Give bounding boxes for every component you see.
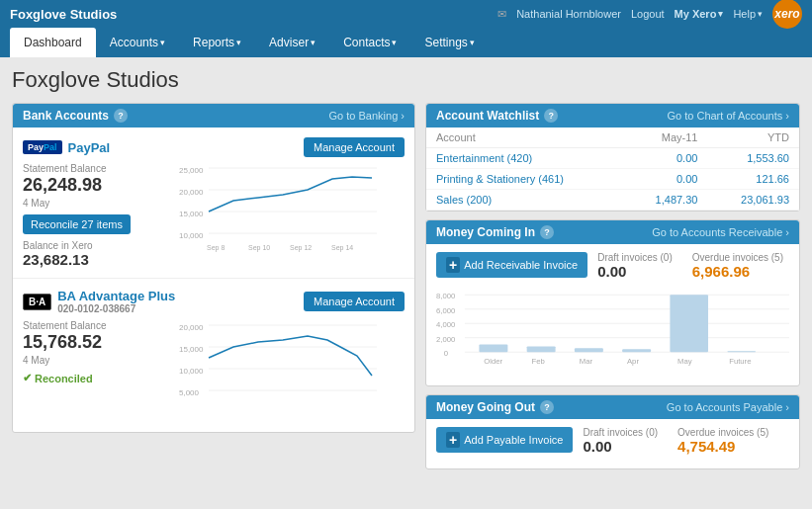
svg-text:Sep 10: Sep 10 bbox=[248, 244, 270, 252]
brand-name: Foxglove Studios bbox=[10, 7, 117, 22]
ba-statement-label: Statement Balance bbox=[23, 320, 141, 331]
paypal-reconcile-button[interactable]: Reconcile 27 items bbox=[23, 214, 131, 234]
watchlist-ytd: 1,553.60 bbox=[707, 148, 799, 169]
svg-text:Sep 12: Sep 12 bbox=[290, 244, 312, 252]
ba-mini-chart: 20,000 15,000 10,000 5,000 bbox=[151, 320, 405, 422]
reports-chevron-icon: ▾ bbox=[236, 38, 241, 47]
ba-name-info: BA Advantage Plus 020-0102-038667 bbox=[57, 289, 175, 314]
svg-rect-30 bbox=[479, 344, 507, 352]
ba-statement-value: 15,768.52 bbox=[23, 332, 141, 353]
watchlist-row: Sales (200) 1,487.30 23,061.93 bbox=[426, 190, 799, 211]
nav-tab-reports[interactable]: Reports ▾ bbox=[179, 28, 255, 57]
svg-text:6,000: 6,000 bbox=[436, 306, 455, 315]
ba-bank-card: B·A BA Advantage Plus 020-0102-038667 Ma… bbox=[13, 279, 414, 432]
svg-rect-31 bbox=[527, 346, 556, 352]
nav-tab-dashboard[interactable]: Dashboard bbox=[10, 28, 96, 57]
watchlist-title: Account Watchlist ? bbox=[436, 109, 558, 123]
contacts-chevron-icon: ▾ bbox=[392, 38, 397, 47]
envelope-icon: ✉ bbox=[497, 8, 506, 21]
paypal-statement-value: 26,248.98 bbox=[23, 175, 141, 196]
payable-draft-stat: Draft invoices (0) 0.00 bbox=[583, 427, 658, 455]
receivable-draft-stat: Draft invoices (0) 0.00 bbox=[597, 252, 673, 280]
payable-overdue-value: 4,754.49 bbox=[677, 438, 768, 455]
watchlist-help-icon[interactable]: ? bbox=[544, 109, 558, 123]
money-out-body: + Add Payable Invoice Draft invoices (0)… bbox=[426, 419, 799, 468]
ba-bank-name: B·A BA Advantage Plus 020-0102-038667 bbox=[23, 289, 175, 314]
nav-tab-adviser[interactable]: Adviser ▾ bbox=[255, 28, 329, 57]
receivable-overdue-label: Overdue invoices (5) bbox=[692, 252, 783, 263]
user-name: Nathanial Hornblower bbox=[516, 8, 621, 20]
myxero-button[interactable]: My Xero ▾ bbox=[675, 8, 724, 20]
watchlist-row: Entertainment (420) 0.00 1,553.60 bbox=[426, 148, 799, 169]
nav-tab-settings[interactable]: Settings ▾ bbox=[410, 28, 488, 57]
money-out-invoice-row: + Add Payable Invoice Draft invoices (0)… bbox=[436, 427, 789, 455]
svg-text:4,000: 4,000 bbox=[436, 320, 455, 329]
watchlist-ytd: 23,061.93 bbox=[707, 190, 799, 211]
money-in-help-icon[interactable]: ? bbox=[540, 225, 554, 239]
myxero-chevron-icon: ▾ bbox=[718, 9, 723, 19]
watchlist-col-may11: May-11 bbox=[624, 127, 707, 148]
paypal-xero-balance-label: Balance in Xero bbox=[23, 240, 141, 251]
page-content: Foxglove Studios Bank Accounts ? Go to B… bbox=[0, 57, 812, 479]
svg-text:5,000: 5,000 bbox=[179, 388, 200, 397]
svg-text:Older: Older bbox=[484, 357, 502, 366]
svg-text:10,000: 10,000 bbox=[179, 231, 204, 240]
add-payable-invoice-button[interactable]: + Add Payable Invoice bbox=[436, 427, 573, 453]
svg-text:15,000: 15,000 bbox=[179, 210, 204, 218]
svg-text:May: May bbox=[677, 357, 692, 366]
ba-card-header: B·A BA Advantage Plus 020-0102-038667 Ma… bbox=[23, 289, 405, 314]
money-out-help-icon[interactable]: ? bbox=[540, 400, 554, 414]
logout-link[interactable]: Logout bbox=[631, 8, 665, 20]
payable-draft-label: Draft invoices (0) bbox=[583, 427, 658, 438]
bank-accounts-title: Bank Accounts ? bbox=[23, 109, 128, 123]
watchlist-account[interactable]: Printing & Stationery (461) bbox=[426, 169, 624, 190]
paypal-statement-label: Statement Balance bbox=[23, 163, 141, 174]
paypal-manage-account-button[interactable]: Manage Account bbox=[304, 137, 405, 157]
watchlist-table-container: Account May-11 YTD Entertainment (420) 0… bbox=[426, 127, 799, 211]
watchlist-ytd: 121.66 bbox=[707, 169, 799, 190]
paypal-mini-chart: 25,000 20,000 15,000 10,000 Sep 8 S bbox=[151, 163, 405, 268]
paypal-xero-balance-value: 23,682.13 bbox=[23, 251, 141, 268]
money-going-out-panel: Money Going Out ? Go to Accounts Payable… bbox=[425, 394, 800, 469]
watchlist-row: Printing & Stationery (461) 0.00 121.66 bbox=[426, 169, 799, 190]
help-button[interactable]: Help ▾ bbox=[733, 8, 763, 20]
accounts-chevron-icon: ▾ bbox=[160, 38, 165, 47]
watchlist-may11: 0.00 bbox=[624, 148, 707, 169]
add-payable-plus-icon: + bbox=[446, 432, 460, 448]
help-chevron-icon: ▾ bbox=[758, 9, 763, 19]
svg-text:0: 0 bbox=[444, 349, 448, 358]
svg-text:20,000: 20,000 bbox=[179, 188, 204, 197]
watchlist-may11: 1,487.30 bbox=[624, 190, 707, 211]
xero-logo[interactable]: xero bbox=[772, 0, 802, 29]
ba-logo: B·A bbox=[23, 294, 51, 310]
go-to-chart-link[interactable]: Go to Chart of Accounts › bbox=[667, 110, 789, 122]
nav-tab-contacts[interactable]: Contacts ▾ bbox=[329, 28, 410, 57]
paypal-name-text: PayPal bbox=[68, 140, 111, 155]
svg-text:10,000: 10,000 bbox=[179, 367, 204, 376]
nav-tab-accounts[interactable]: Accounts ▾ bbox=[96, 28, 179, 57]
add-receivable-invoice-button[interactable]: + Add Receivable Invoice bbox=[436, 252, 587, 278]
go-to-banking-link[interactable]: Go to Banking › bbox=[329, 110, 405, 122]
bank-accounts-help-icon[interactable]: ? bbox=[114, 109, 128, 123]
ba-stats: Statement Balance 15,768.52 4 May ✔ Reco… bbox=[23, 320, 141, 422]
svg-rect-34 bbox=[670, 295, 708, 352]
receivable-overdue-stat: Overdue invoices (5) 6,966.96 bbox=[692, 252, 783, 280]
ba-manage-account-button[interactable]: Manage Account bbox=[304, 292, 405, 311]
svg-text:Feb: Feb bbox=[531, 357, 544, 366]
watchlist-account[interactable]: Sales (200) bbox=[426, 190, 624, 211]
svg-rect-33 bbox=[622, 349, 651, 352]
check-icon: ✔ bbox=[23, 372, 32, 384]
receivable-draft-value: 0.00 bbox=[597, 263, 673, 280]
svg-text:Mar: Mar bbox=[580, 357, 593, 366]
watchlist-account[interactable]: Entertainment (420) bbox=[426, 148, 624, 169]
watchlist-table: Account May-11 YTD Entertainment (420) 0… bbox=[426, 127, 799, 211]
receivable-overdue-value: 6,966.96 bbox=[692, 263, 783, 280]
payable-draft-value: 0.00 bbox=[583, 438, 658, 455]
go-to-receivable-link[interactable]: Go to Accounts Receivable › bbox=[652, 226, 789, 238]
navbar: Dashboard Accounts ▾ Reports ▾ Adviser ▾… bbox=[0, 28, 812, 57]
topbar: Foxglove Studios ✉ Nathanial Hornblower … bbox=[0, 0, 812, 28]
go-to-payable-link[interactable]: Go to Accounts Payable › bbox=[667, 401, 789, 413]
top-section: Foxglove Studios ✉ Nathanial Hornblower … bbox=[0, 0, 812, 57]
settings-chevron-icon: ▾ bbox=[470, 38, 475, 47]
ba-account-number: 020-0102-038667 bbox=[57, 303, 175, 314]
